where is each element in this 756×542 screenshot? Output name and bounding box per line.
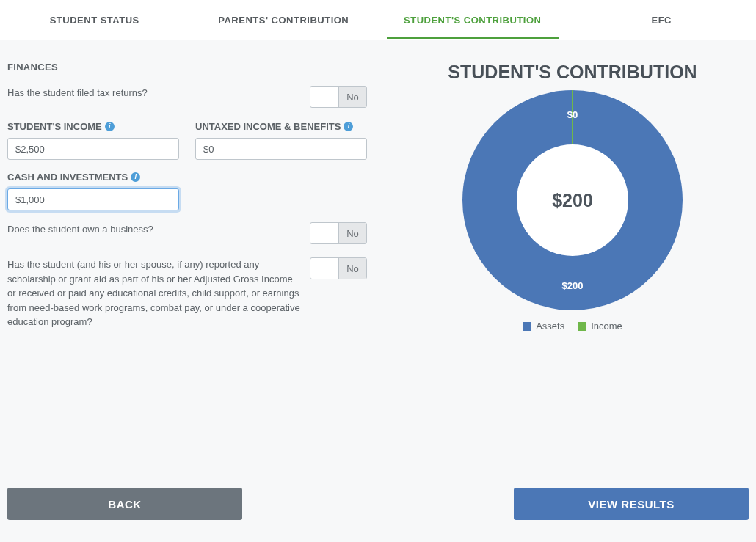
tab-students-contribution[interactable]: STUDENT'S CONTRIBUTION [378, 0, 567, 39]
section-title: FINANCES [7, 62, 58, 73]
owns-business-question: Does the student own a business? [7, 222, 301, 237]
row-owns-business: Does the student own a business? No [7, 222, 367, 244]
legend-item-assets: Assets [523, 321, 564, 332]
chart-panel: STUDENT'S CONTRIBUTION $0 $200 $200 Asse… [374, 40, 756, 542]
cash-label-wrap: CASH AND INVESTMENTS i [7, 172, 179, 183]
section-divider [64, 67, 367, 67]
row-cash: CASH AND INVESTMENTS i [7, 172, 367, 210]
row-income: STUDENT'S INCOME i UNTAXED INCOME & BENE… [7, 121, 367, 160]
back-button[interactable]: BACK [7, 488, 242, 520]
row-scholarship: Has the student (and his or her spouse, … [7, 257, 367, 329]
untaxed-input[interactable] [195, 138, 367, 160]
legend-income-label: Income [591, 321, 622, 332]
info-icon[interactable]: i [344, 122, 353, 131]
main-area: FINANCES Has the student filed tax retur… [0, 40, 756, 542]
filed-returns-toggle[interactable]: No [310, 86, 367, 108]
owns-business-toggle[interactable]: No [310, 222, 367, 244]
donut-center-value: $200 [462, 90, 683, 310]
tab-parents-contribution[interactable]: PARENTS' CONTRIBUTION [189, 0, 379, 39]
untaxed-label-wrap: UNTAXED INCOME & BENEFITS i [195, 121, 367, 132]
owns-business-value: No [338, 223, 366, 243]
untaxed-label: UNTAXED INCOME & BENEFITS [195, 121, 341, 132]
row-filed-returns: Has the student filed tax returns? No [7, 86, 367, 108]
swatch-income [578, 322, 586, 331]
chart-legend: Assets Income [396, 321, 749, 332]
scholarship-value: No [338, 258, 366, 279]
filed-returns-value: No [338, 87, 366, 107]
filed-returns-question: Has the student filed tax returns? [7, 86, 301, 100]
view-results-button[interactable]: VIEW RESULTS [514, 488, 749, 520]
scholarship-toggle[interactable]: No [310, 257, 367, 279]
tab-bar: STUDENT STATUS PARENTS' CONTRIBUTION STU… [0, 0, 756, 40]
donut-chart: $0 $200 $200 [462, 90, 683, 310]
tab-student-status[interactable]: STUDENT STATUS [0, 0, 189, 39]
info-icon[interactable]: i [105, 122, 115, 131]
tab-efc[interactable]: EFC [567, 0, 757, 39]
income-input[interactable] [7, 138, 179, 160]
chart-title: STUDENT'S CONTRIBUTION [396, 62, 749, 83]
section-header: FINANCES [7, 62, 367, 73]
swatch-assets [523, 322, 531, 331]
scholarship-question: Has the student (and his or her spouse, … [7, 257, 301, 329]
info-icon[interactable]: i [131, 172, 140, 182]
legend-assets-label: Assets [536, 321, 564, 332]
legend-item-income: Income [578, 321, 622, 332]
form-panel: FINANCES Has the student filed tax retur… [0, 40, 374, 542]
income-label: STUDENT'S INCOME [7, 121, 102, 132]
cash-input[interactable] [7, 188, 179, 210]
income-label-wrap: STUDENT'S INCOME i [7, 121, 179, 132]
cash-label: CASH AND INVESTMENTS [7, 172, 128, 183]
